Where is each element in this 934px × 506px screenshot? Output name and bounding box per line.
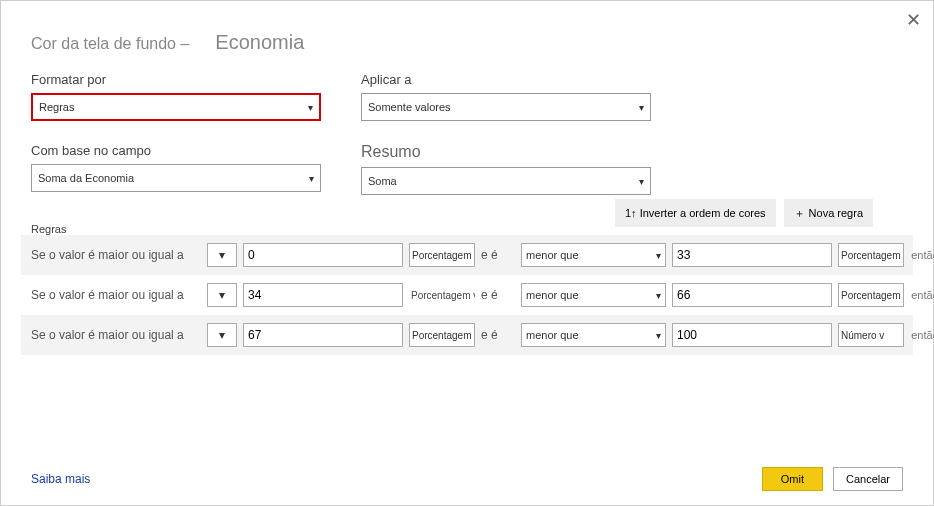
footer: Saiba mais Omit Cancelar xyxy=(1,453,933,505)
dialog: ✕ Cor da tela de fundo – Economia Format… xyxy=(0,0,934,506)
rule-operator-dropdown[interactable]: ▾ xyxy=(207,283,237,307)
rule-max-input[interactable] xyxy=(672,243,832,267)
ok-button[interactable]: Omit xyxy=(762,467,823,491)
rule-then-label: então xyxy=(910,329,934,341)
rule-min-unit[interactable]: Porcentagem xyxy=(409,243,475,267)
rule-row: Se o valor é maior ou igual a▾Porcentage… xyxy=(21,235,913,275)
rule-max-input[interactable] xyxy=(672,283,832,307)
rule-and-label: e é xyxy=(481,248,515,262)
new-rule-button[interactable]: ＋ Nova regra xyxy=(784,199,873,227)
rule-max-unit-dropdown[interactable]: Porcentagem v xyxy=(838,283,904,307)
rule-condition-label: Se o valor é maior ou igual a xyxy=(31,288,201,302)
rule-min-unit: Porcentagem v| xyxy=(409,283,475,307)
rule-comparison-dropdown[interactable]: menor que▾ xyxy=(521,283,666,307)
format-by-label: Formatar por xyxy=(31,72,321,87)
apply-to-label: Aplicar a xyxy=(361,72,651,87)
rule-row: Se o valor é maior ou igual a▾Porcentage… xyxy=(21,315,913,355)
rule-and-label: e é xyxy=(481,328,515,342)
rule-min-input[interactable] xyxy=(243,243,403,267)
rule-max-unit-dropdown[interactable]: Número v xyxy=(838,323,904,347)
rule-min-input[interactable] xyxy=(243,323,403,347)
rules-section-label: Regras xyxy=(1,207,96,235)
rule-min-input[interactable] xyxy=(243,283,403,307)
header-title: Cor da tela de fundo – xyxy=(31,35,189,53)
rule-comparison-dropdown[interactable]: menor que▾ xyxy=(521,243,666,267)
close-button[interactable]: ✕ xyxy=(906,9,921,31)
chevron-down-icon: ▾ xyxy=(308,102,313,113)
learn-more-link[interactable]: Saiba mais xyxy=(31,472,90,486)
rule-max-unit-dropdown[interactable]: Porcentagem v xyxy=(838,243,904,267)
rules-list: Se o valor é maior ou igual a▾Porcentage… xyxy=(1,235,933,355)
based-on-dropdown[interactable]: Soma da Economia ▾ xyxy=(31,164,321,192)
chevron-down-icon: ▾ xyxy=(639,102,644,113)
rule-row: Se o valor é maior ou igual a▾Porcentage… xyxy=(21,275,913,315)
rule-then-label: então xyxy=(910,249,934,261)
cancel-button[interactable]: Cancelar xyxy=(833,467,903,491)
header: Cor da tela de fundo – Economia xyxy=(1,1,933,64)
reverse-colors-button[interactable]: 1↑ Inverter a ordem de cores xyxy=(615,199,776,227)
summary-dropdown[interactable]: Soma ▾ xyxy=(361,167,651,195)
rule-operator-dropdown[interactable]: ▾ xyxy=(207,243,237,267)
summary-label: Resumo xyxy=(361,143,651,161)
apply-to-dropdown[interactable]: Somente valores ▾ xyxy=(361,93,651,121)
rule-operator-dropdown[interactable]: ▾ xyxy=(207,323,237,347)
rule-min-unit[interactable]: Porcentagem xyxy=(409,323,475,347)
format-by-dropdown[interactable]: Regras ▾ xyxy=(31,93,321,121)
rule-max-input[interactable] xyxy=(672,323,832,347)
rule-then-label: então xyxy=(910,289,934,301)
header-subject: Economia xyxy=(215,31,304,54)
based-on-label: Com base no campo xyxy=(31,143,321,158)
rule-comparison-dropdown[interactable]: menor que▾ xyxy=(521,323,666,347)
rule-and-label: e é xyxy=(481,288,515,302)
rule-condition-label: Se o valor é maior ou igual a xyxy=(31,328,201,342)
chevron-down-icon: ▾ xyxy=(309,173,314,184)
plus-icon: ＋ xyxy=(794,206,805,221)
rule-condition-label: Se o valor é maior ou igual a xyxy=(31,248,201,262)
chevron-down-icon: ▾ xyxy=(639,176,644,187)
